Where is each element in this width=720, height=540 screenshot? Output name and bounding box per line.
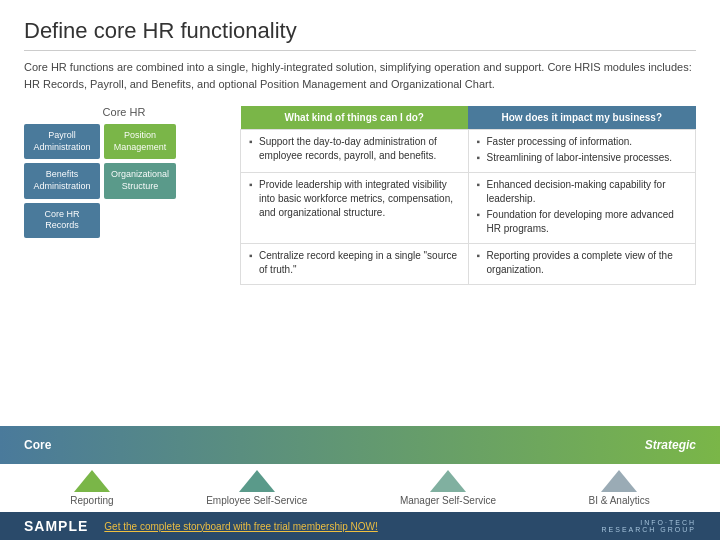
table-cell-what-1: Support the day-to-day administration of…	[241, 130, 469, 173]
arrow-ess: Employee Self-Service	[206, 470, 307, 506]
table-cell-how-2: Enhanced decision-making capability for …	[468, 173, 696, 244]
table-row: Centralize record keeping in a single "s…	[241, 244, 696, 285]
bottom-bar: Core Strategic	[0, 426, 720, 464]
arrow-up-icon	[239, 470, 275, 492]
arrow-label-mss: Manager Self-Service	[400, 495, 496, 506]
arrow-label-bi: BI & Analytics	[589, 495, 650, 506]
list-item: Reporting provides a complete view of th…	[477, 249, 688, 277]
arrow-up-icon	[601, 470, 637, 492]
table-cell-how-1: Faster processing of information. Stream…	[468, 130, 696, 173]
hr-box-position: PositionManagement	[104, 124, 176, 159]
list-item: Foundation for developing more advanced …	[477, 208, 688, 236]
list-item: Enhanced decision-making capability for …	[477, 178, 688, 206]
main-content: Core HR PayrollAdministration BenefitsAd…	[24, 106, 696, 418]
arrow-reporting: Reporting	[70, 470, 113, 506]
arrow-mss: Manager Self-Service	[400, 470, 496, 506]
col-what-header: What kind of things can I do?	[241, 106, 469, 130]
footer-logo-line1: INFO·TECH	[601, 519, 696, 526]
footer-logo: INFO·TECH RESEARCH GROUP	[601, 519, 696, 533]
col-how-header: How does it impact my business?	[468, 106, 696, 130]
hr-col-right: PositionManagement OrganizationalStructu…	[104, 124, 176, 238]
table-cell-how-3: Reporting provides a complete view of th…	[468, 244, 696, 285]
table-section: What kind of things can I do? How does i…	[240, 106, 696, 418]
footer-link[interactable]: Get the complete storyboard with free tr…	[104, 521, 585, 532]
page-description: Core HR functions are combined into a si…	[24, 59, 696, 92]
table-row: Support the day-to-day administration of…	[241, 130, 696, 173]
arrow-up-icon	[430, 470, 466, 492]
table-cell-what-3: Centralize record keeping in a single "s…	[241, 244, 469, 285]
list-item: Faster processing of information.	[477, 135, 688, 149]
page: Define core HR functionality Core HR fun…	[0, 0, 720, 540]
core-hr-section: Core HR PayrollAdministration BenefitsAd…	[24, 106, 224, 418]
list-item: Support the day-to-day administration of…	[249, 135, 460, 163]
table-row: Provide leadership with integrated visib…	[241, 173, 696, 244]
hr-box-records: Core HR Records	[24, 203, 100, 238]
page-title: Define core HR functionality	[24, 18, 696, 51]
footer: SAMPLE Get the complete storyboard with …	[0, 512, 720, 540]
arrow-label-ess: Employee Self-Service	[206, 495, 307, 506]
arrow-up-icon	[74, 470, 110, 492]
hr-boxes: PayrollAdministration BenefitsAdministra…	[24, 124, 224, 238]
info-table: What kind of things can I do? How does i…	[240, 106, 696, 285]
hr-box-benefits: BenefitsAdministration	[24, 163, 100, 198]
hr-box-org: OrganizationalStructure	[104, 163, 176, 198]
core-label: Core	[24, 438, 51, 452]
list-item: Streamlining of labor-intensive processe…	[477, 151, 688, 165]
hr-box-payroll: PayrollAdministration	[24, 124, 100, 159]
table-cell-what-2: Provide leadership with integrated visib…	[241, 173, 469, 244]
footer-sample-label: SAMPLE	[24, 518, 88, 534]
hr-col-left: PayrollAdministration BenefitsAdministra…	[24, 124, 100, 238]
list-item: Provide leadership with integrated visib…	[249, 178, 460, 220]
core-hr-label: Core HR	[24, 106, 224, 118]
footer-logo-line2: RESEARCH GROUP	[601, 526, 696, 533]
list-item: Centralize record keeping in a single "s…	[249, 249, 460, 277]
arrow-bi: BI & Analytics	[589, 470, 650, 506]
arrow-label-reporting: Reporting	[70, 495, 113, 506]
arrows-section: Reporting Employee Self-Service Manager …	[0, 464, 720, 512]
strategic-label: Strategic	[645, 438, 696, 452]
